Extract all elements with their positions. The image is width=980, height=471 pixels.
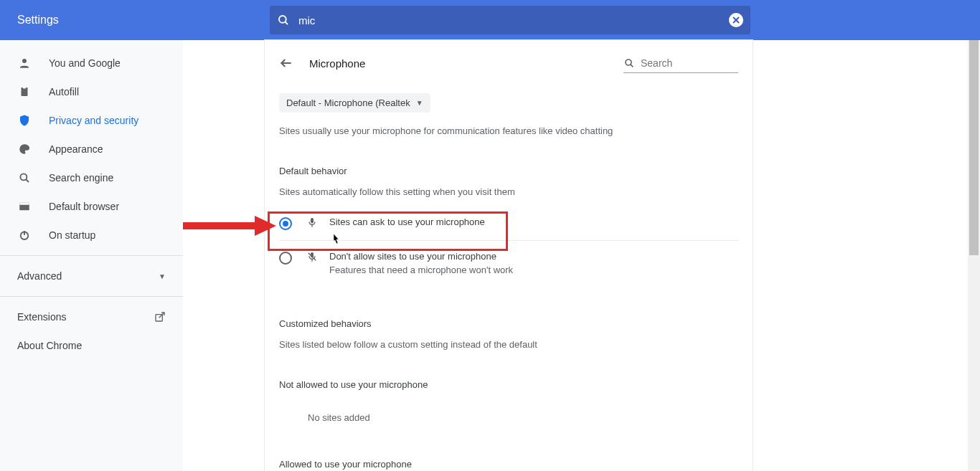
svg-line-16 [631, 65, 633, 67]
radio-option-allow[interactable]: Sites can ask to use your microphone [279, 206, 738, 240]
sidebar-item-label: Appearance [49, 143, 103, 155]
intro-text: Sites usually use your microphone for co… [279, 124, 738, 138]
sidebar: You and Google Autofill Privacy and secu… [0, 40, 183, 471]
content-search[interactable] [623, 53, 738, 73]
sidebar-item-you-and-google[interactable]: You and Google [0, 49, 171, 77]
open-external-icon [154, 311, 166, 323]
sidebar-item-label: Search engine [49, 172, 113, 184]
microphone-icon [305, 217, 319, 228]
sidebar-item-label: Privacy and security [49, 115, 138, 126]
sidebar-item-autofill[interactable]: Autofill [0, 77, 171, 106]
custom-title: Customized behaviors [279, 318, 738, 329]
radio-selected-icon[interactable] [279, 217, 292, 230]
no-sites-text: No sites added [308, 412, 738, 423]
search-icon [623, 57, 635, 69]
browser-icon [17, 199, 32, 214]
svg-point-4 [22, 59, 27, 63]
allowed-title: Allowed to use your microphone [279, 457, 738, 471]
sidebar-item-default-browser[interactable]: Default browser [0, 192, 171, 221]
about-label: About Chrome [17, 340, 82, 351]
radio-group: Sites can ask to use your microphone Don… [279, 206, 738, 285]
svg-point-15 [626, 60, 631, 65]
radio-option2-sub: Features that need a microphone won't wo… [329, 265, 513, 275]
extensions-label: Extensions [17, 311, 66, 323]
top-searchbar[interactable] [270, 6, 750, 34]
not-allowed-title: Not allowed to use your microphone [279, 378, 738, 392]
search-icon [277, 14, 290, 27]
radio-option1-label: Sites can ask to use your microphone [329, 217, 485, 227]
microphone-dropdown[interactable]: Default - Microphone (Realtek ▼ [279, 93, 430, 113]
scrollbar[interactable] [968, 40, 980, 471]
radio-option-block[interactable]: Don't allow sites to use your microphone… [279, 240, 738, 285]
advanced-label: Advanced [17, 270, 62, 282]
content-search-input[interactable] [641, 57, 766, 69]
sidebar-item-on-startup[interactable]: On startup [0, 221, 171, 249]
default-behavior-sub: Sites automatically follow this setting … [279, 185, 738, 199]
svg-rect-17 [311, 218, 314, 223]
clipboard-icon [17, 85, 32, 99]
sidebar-extensions[interactable]: Extensions [0, 303, 183, 331]
svg-rect-10 [19, 203, 29, 205]
dropdown-caret-icon: ▼ [416, 99, 423, 107]
top-search-input[interactable] [298, 14, 729, 27]
clear-search-icon[interactable] [729, 13, 743, 27]
header: Settings [0, 0, 980, 40]
page-title: Microphone [309, 57, 365, 70]
person-icon [17, 56, 32, 70]
svg-line-8 [26, 179, 29, 182]
shield-icon [17, 113, 32, 128]
sidebar-item-appearance[interactable]: Appearance [0, 135, 171, 163]
svg-rect-5 [22, 87, 28, 96]
dropdown-value: Default - Microphone (Realtek [286, 97, 410, 108]
svg-point-0 [279, 16, 286, 23]
caret-down-icon: ▼ [159, 272, 166, 280]
radio-option2-label: Don't allow sites to use your microphone [329, 251, 513, 262]
sidebar-item-label: Autofill [49, 86, 79, 97]
sidebar-advanced[interactable]: Advanced ▼ [0, 262, 183, 290]
back-arrow-icon[interactable] [279, 56, 293, 70]
custom-sub: Sites listed below follow a custom setti… [279, 338, 738, 352]
svg-rect-6 [23, 87, 27, 89]
radio-unselected-icon[interactable] [279, 252, 292, 265]
svg-line-1 [285, 22, 288, 24]
sidebar-item-privacy[interactable]: Privacy and security [0, 106, 171, 135]
scrollbar-thumb[interactable] [969, 40, 979, 255]
sidebar-item-search-engine[interactable]: Search engine [0, 163, 171, 192]
sidebar-item-label: Default browser [49, 201, 119, 212]
svg-point-7 [20, 173, 27, 180]
microphone-off-icon [305, 251, 319, 262]
default-behavior-title: Default behavior [279, 166, 738, 176]
sidebar-item-label: On startup [49, 229, 95, 241]
sidebar-about[interactable]: About Chrome [0, 331, 183, 360]
main-content: Microphone Default - Microphone (Realtek… [265, 40, 753, 471]
sidebar-item-label: You and Google [49, 57, 121, 69]
palette-icon [17, 142, 32, 156]
app-title: Settings [17, 14, 254, 27]
magnifier-icon [17, 171, 32, 185]
power-icon [17, 228, 32, 242]
